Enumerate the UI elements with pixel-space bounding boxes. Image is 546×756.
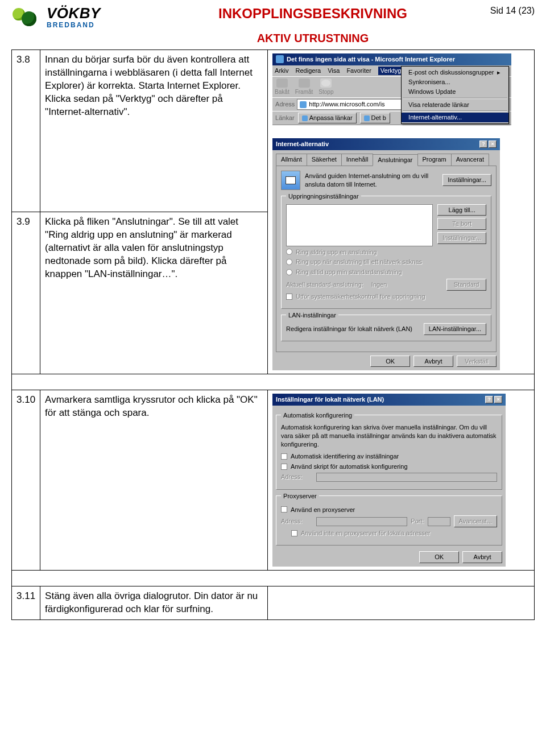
aktuell-label: Aktuell standard-anslutning: — [286, 280, 363, 289]
tab-anslutningar[interactable]: Anslutningar — [373, 154, 417, 166]
step-text: Stäng även alla övriga dialogrutor. Din … — [40, 586, 268, 619]
menu-item-epost[interactable]: E-post och diskussionsgrupper ▸ — [402, 68, 508, 77]
check-bypass-local: Använd inte en proxyserver för lokala ad… — [291, 529, 497, 538]
verkstall-button: Verkställ — [457, 356, 497, 367]
dialog-titlebar: Inställningar för lokalt nätverk (LAN) ?… — [272, 394, 506, 406]
wizard-icon — [281, 171, 300, 190]
logo: VÖKBY BREDBAND — [11, 6, 159, 28]
lan-settings-dialog: Inställningar för lokalt nätverk (LAN) ?… — [272, 394, 506, 566]
installningar2-button: Inställningar... — [437, 232, 486, 244]
radio-alltid: Ring alltid upp min standardanslutning — [286, 268, 486, 276]
standard-button: Standard — [446, 279, 486, 291]
group-proxy: Proxyserver — [281, 492, 319, 501]
lan-text: Redigera inställningar för lokalt nätver… — [286, 325, 419, 333]
page-icon — [300, 101, 307, 108]
lan-installningar-button[interactable]: LAN-inställningar... — [424, 323, 486, 335]
step-number: 3.9 — [12, 212, 40, 374]
link-icon — [302, 115, 308, 121]
tab-strip: Allmänt Säkerhet Innehåll Anslutningar P… — [276, 154, 497, 166]
dialog-title: Internet-alternativ — [276, 140, 329, 148]
logo-name: VÖKBY — [47, 6, 101, 20]
ta-bort-button: Ta bort — [437, 218, 486, 230]
step-text: Avmarkera samtliga kryssrutor och klicka… — [40, 390, 268, 570]
step-number: 3.11 — [12, 586, 40, 619]
verktyg-menu: E-post och diskussionsgrupper ▸ Synkroni… — [401, 66, 509, 124]
check-auto-script[interactable]: Använd skript för automatisk konfigureri… — [281, 462, 497, 471]
port-input — [428, 517, 450, 526]
ie-icon — [276, 55, 284, 63]
radio-aldrig: Ring aldrig upp en anslutning — [286, 248, 486, 257]
help-icon[interactable]: ? — [485, 396, 493, 403]
screenshot-cell: Inställningar för lokalt nätverk (LAN) ?… — [268, 390, 535, 570]
tab-sakerhet[interactable]: Säkerhet — [307, 154, 342, 166]
menu-arkiv[interactable]: Arkiv — [275, 67, 288, 75]
page-header: VÖKBY BREDBAND INKOPPLINGSBESKRIVNING AK… — [11, 6, 535, 45]
aktuell-value: Ingen — [371, 280, 387, 289]
tab-avancerat[interactable]: Avancerat — [451, 154, 489, 166]
dialog-title: Inställningar för lokalt nätverk (LAN) — [276, 395, 384, 404]
wizard-text: Använd guiden Internet-anslutning om du … — [305, 172, 438, 189]
page-number: Sid 14 (23) — [466, 6, 535, 16]
close-icon[interactable]: × — [494, 396, 502, 403]
back-button[interactable]: Bakåt — [275, 79, 289, 96]
ok-button[interactable]: OK — [370, 356, 410, 367]
ie-title: Det finns ingen sida att visa - Microsof… — [287, 55, 455, 64]
link-anpassa[interactable]: Anpassa länkar — [298, 113, 357, 123]
proxy-adress-input — [316, 517, 407, 526]
menu-redigera[interactable]: Redigera — [296, 67, 321, 75]
step-text: Innan du börjar surfa bör du även kontro… — [40, 50, 268, 212]
port-label: Port: — [411, 517, 424, 526]
check-system: Utför systemsäkerhetskontroll före uppri… — [286, 292, 486, 301]
doc-subtitle: AKTIV UTRUSTNING — [159, 32, 466, 45]
forward-button[interactable]: Framåt — [295, 79, 313, 96]
group-uppringning: Uppringningsinställningar — [286, 192, 361, 201]
radio-saknas: Ring upp när anslutning till ett nätverk… — [286, 258, 486, 266]
menu-item-update[interactable]: Windows Update — [402, 87, 508, 97]
check-use-proxy[interactable]: Använd en proxyserver — [281, 506, 497, 514]
stop-button[interactable]: Stopp — [318, 79, 333, 96]
auto-desc: Automatisk konfigurering kan skriva över… — [281, 423, 497, 449]
help-icon[interactable]: ? — [479, 141, 487, 148]
link-icon — [364, 115, 370, 121]
ie-titlebar: Det finns ingen sida att visa - Microsof… — [272, 53, 511, 65]
group-auto: Automatisk konfigurering — [281, 411, 354, 420]
doc-title: INKOPPLINGSBESKRIVNING — [159, 6, 466, 22]
adress-input — [316, 473, 497, 482]
menu-favoriter[interactable]: Favoriter — [346, 67, 371, 75]
tab-program[interactable]: Program — [417, 154, 452, 166]
group-lan: LAN-inställningar — [286, 311, 338, 320]
internet-options-dialog: Internet-alternativ ? × Allmänt Säkerhet… — [272, 138, 500, 371]
ie-window: Det finns ingen sida att visa - Microsof… — [272, 53, 511, 133]
menu-visa[interactable]: Visa — [328, 67, 340, 75]
menu-verktyg[interactable]: Verktyg — [378, 67, 404, 75]
address-label: Adress — [275, 100, 295, 109]
installningar-button[interactable]: Inställningar... — [442, 174, 491, 186]
logo-sub: BREDBAND — [47, 22, 101, 28]
logo-mark — [11, 7, 42, 27]
tab-innehall[interactable]: Innehåll — [341, 154, 374, 166]
step-number: 3.8 — [12, 50, 40, 212]
links-label: Länkar — [275, 114, 295, 122]
lagg-till-button[interactable]: Lägg till... — [437, 204, 486, 216]
ok-button[interactable]: OK — [419, 551, 459, 563]
step-text: Klicka på fliken "Anslutningar". Se till… — [40, 212, 268, 374]
step-number: 3.10 — [12, 390, 40, 570]
menu-item-synk[interactable]: Synkronisera... — [402, 77, 508, 87]
tab-allmant[interactable]: Allmänt — [276, 154, 307, 166]
dialup-list[interactable] — [286, 204, 433, 246]
menu-item-internet-alternativ[interactable]: Internet-alternativ... — [402, 113, 508, 122]
close-icon[interactable]: × — [489, 141, 497, 148]
avbryt-button[interactable]: Avbryt — [413, 356, 453, 367]
check-auto-detect[interactable]: Automatisk identifiering av inställninga… — [281, 452, 497, 461]
link-det[interactable]: Det b — [360, 113, 390, 123]
screenshot-cell — [268, 586, 535, 619]
menu-item-related[interactable]: Visa relaterade länkar — [402, 100, 508, 110]
avancerat-button: Avancerat... — [454, 515, 498, 527]
adress-label: Adress: — [281, 473, 313, 481]
avbryt-button[interactable]: Avbryt — [462, 551, 502, 563]
proxy-adress-label: Adress: — [281, 517, 313, 526]
screenshot-cell: Det finns ingen sida att visa - Microsof… — [268, 50, 535, 374]
instruction-table: 3.8 Innan du börjar surfa bör du även ko… — [11, 49, 535, 620]
dialog-titlebar: Internet-alternativ ? × — [272, 138, 500, 150]
